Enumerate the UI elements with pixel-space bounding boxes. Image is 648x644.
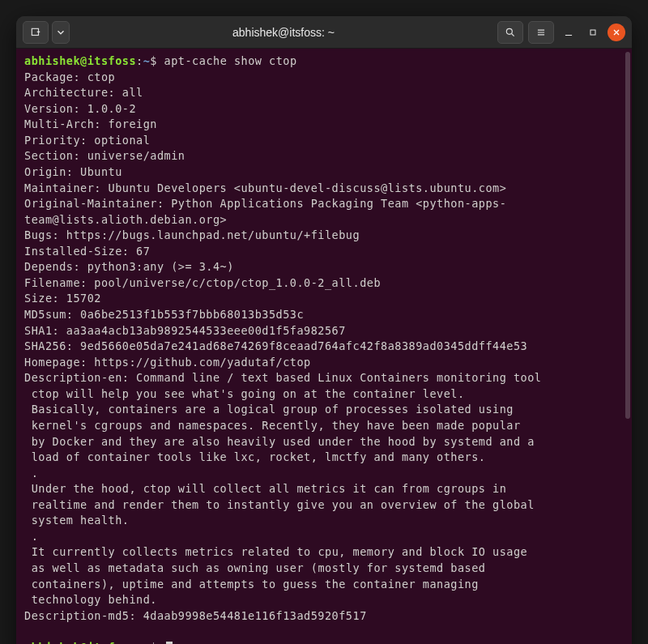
output-line: Description-en: Command line / text base… — [24, 370, 624, 386]
output-line: load of container tools like lxc, rocket… — [24, 450, 624, 466]
output-line: Basically, containers are a logical grou… — [24, 402, 624, 418]
output-line: Architecture: all — [24, 85, 624, 101]
output-line: Original-Maintainer: Python Applications… — [24, 196, 624, 228]
output-line: system health. — [24, 513, 624, 529]
output-line: Installed-Size: 67 — [24, 244, 624, 260]
scrollbar[interactable] — [625, 52, 630, 419]
output-line: Filename: pool/universe/c/ctop/ctop_1.0.… — [24, 275, 624, 292]
close-button[interactable] — [608, 23, 625, 41]
minimize-button[interactable] — [559, 23, 578, 42]
terminal-content[interactable]: abhishek@itsfoss:~$ apt-cache show ctop … — [16, 49, 632, 644]
output-line: Maintainer: Ubuntu Developers <ubuntu-de… — [24, 181, 624, 197]
output-line: . — [24, 466, 624, 482]
output-line: MD5sum: 0a6be2513f1b553f7bbb68013b35d53c — [24, 307, 624, 323]
new-tab-icon — [30, 27, 41, 38]
output-line: technology behind. — [24, 592, 624, 608]
search-button[interactable] — [497, 21, 523, 44]
output-line: containers), uptime and attempts to gues… — [24, 577, 624, 593]
svg-rect-9 — [590, 30, 595, 35]
prompt-line-2: abhishek@itsfoss:~$ — [24, 640, 624, 644]
output-line: Under the hood, ctop will collect all me… — [24, 481, 624, 497]
prompt-dollar-2: $ — [150, 641, 157, 644]
chevron-down-icon — [55, 27, 66, 38]
output-line: SHA256: 9ed5660e05da7e241ad68e74269f8cea… — [24, 339, 624, 355]
maximize-icon — [588, 28, 598, 37]
prompt-line-1: abhishek@itsfoss:~$ apt-cache show ctop — [24, 53, 624, 70]
titlebar-left-controls — [23, 21, 70, 44]
output-line: Depends: python3:any (>= 3.4~) — [24, 259, 624, 275]
output-line: . — [24, 529, 624, 545]
window-title: abhishek@itsfoss: ~ — [76, 26, 491, 39]
dropdown-button[interactable] — [52, 21, 70, 44]
output-line: Size: 15702 — [24, 291, 624, 307]
output-line: It currently collects metrics related to… — [24, 544, 624, 561]
output-line: Origin: Ubuntu — [24, 164, 624, 181]
titlebar-right-controls — [497, 21, 625, 44]
output-line: Multi-Arch: foreign — [24, 117, 624, 133]
menu-button[interactable] — [528, 21, 554, 44]
output-line: by Docker and they are also heavily used… — [24, 434, 624, 450]
command-text: apt-cache show ctop — [164, 54, 297, 67]
output-line: Section: universe/admin — [24, 148, 624, 164]
output-line: Priority: optional — [24, 133, 624, 149]
output-line: ctop will help you see what's going on a… — [24, 386, 624, 403]
output-line: Homepage: https://github.com/yadutaf/cto… — [24, 355, 624, 371]
svg-point-3 — [506, 28, 512, 34]
minimize-icon — [563, 27, 574, 38]
terminal-window: abhishek@itsfoss: ~ — [16, 16, 632, 644]
prompt-user-host-2: abhishek@itsfoss — [24, 641, 136, 644]
hamburger-icon — [535, 27, 547, 38]
search-icon — [505, 27, 516, 38]
close-icon — [612, 28, 621, 37]
output-line — [24, 624, 624, 640]
output-line: kernel's cgroups and namespaces. Recentl… — [24, 418, 624, 434]
output-line: SHA1: aa3aa4acb13ab9892544533eee00d1f5fa… — [24, 323, 624, 339]
output-container: Package: ctopArchitecture: allVersion: 1… — [24, 70, 624, 640]
output-line: Version: 1.0.0-2 — [24, 101, 624, 117]
prompt-colon-2: : — [136, 641, 143, 644]
prompt-dollar: $ — [150, 54, 157, 67]
output-line: as well as metadata such as owning user … — [24, 561, 624, 577]
output-line: realtime and render them to instantly gi… — [24, 497, 624, 514]
new-tab-button[interactable] — [23, 21, 49, 44]
output-line: Bugs: https://bugs.launchpad.net/ubuntu/… — [24, 228, 624, 244]
output-line: Description-md5: 4daab9998e54481e116f13a… — [24, 608, 624, 625]
svg-line-4 — [512, 33, 514, 36]
prompt-colon: : — [136, 54, 143, 67]
output-line: Package: ctop — [24, 70, 624, 86]
titlebar: abhishek@itsfoss: ~ — [16, 16, 632, 49]
prompt-user-host: abhishek@itsfoss — [24, 54, 136, 67]
maximize-button[interactable] — [583, 23, 603, 42]
